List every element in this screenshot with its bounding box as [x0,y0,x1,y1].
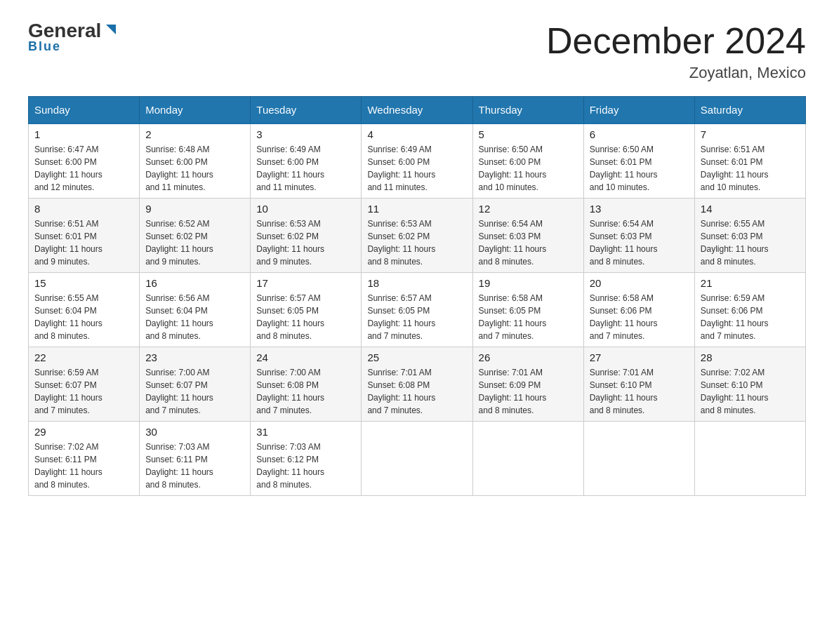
logo-general-text: General [28,21,101,41]
week-row-5: 29Sunrise: 7:02 AMSunset: 6:11 PMDayligh… [29,422,806,496]
day-number: 25 [367,351,466,363]
day-number: 10 [256,203,355,215]
day-info: Sunrise: 6:56 AMSunset: 6:04 PMDaylight:… [145,292,244,342]
day-number: 7 [701,128,800,140]
day-number: 6 [590,128,689,140]
calendar-cell: 17Sunrise: 6:57 AMSunset: 6:05 PMDayligh… [251,273,362,347]
calendar-cell [583,422,694,496]
calendar-cell [362,422,472,496]
day-info: Sunrise: 6:50 AMSunset: 6:00 PMDaylight:… [479,143,578,194]
day-number: 17 [256,277,355,289]
logo: General Blue [28,21,119,54]
day-info: Sunrise: 6:54 AMSunset: 6:03 PMDaylight:… [590,217,689,268]
week-row-1: 1Sunrise: 6:47 AMSunset: 6:00 PMDaylight… [29,123,806,199]
day-info: Sunrise: 6:53 AMSunset: 6:02 PMDaylight:… [256,217,355,268]
calendar-cell [694,422,805,496]
day-info: Sunrise: 6:51 AMSunset: 6:01 PMDaylight:… [701,143,800,194]
header-saturday: Saturday [694,97,805,124]
calendar-cell: 30Sunrise: 7:03 AMSunset: 6:11 PMDayligh… [140,422,251,496]
weekday-header-row: Sunday Monday Tuesday Wednesday Thursday… [29,97,806,124]
day-info: Sunrise: 6:48 AMSunset: 6:00 PMDaylight:… [145,143,244,194]
day-number: 13 [590,203,689,215]
calendar-cell: 1Sunrise: 6:47 AMSunset: 6:00 PMDaylight… [29,123,140,199]
day-info: Sunrise: 6:50 AMSunset: 6:01 PMDaylight:… [590,143,689,194]
day-info: Sunrise: 6:55 AMSunset: 6:04 PMDaylight:… [34,292,133,342]
day-number: 16 [145,277,244,289]
calendar-cell: 9Sunrise: 6:52 AMSunset: 6:02 PMDaylight… [140,199,251,273]
day-info: Sunrise: 7:02 AMSunset: 6:11 PMDaylight:… [34,441,133,491]
calendar-cell: 18Sunrise: 6:57 AMSunset: 6:05 PMDayligh… [362,273,472,347]
logo-blue-text: Blue [28,39,61,54]
day-info: Sunrise: 6:59 AMSunset: 6:06 PMDaylight:… [701,292,800,342]
day-number: 12 [479,203,578,215]
day-number: 18 [367,277,466,289]
svg-marker-0 [106,25,116,34]
day-number: 1 [34,128,133,140]
day-info: Sunrise: 6:58 AMSunset: 6:06 PMDaylight:… [590,292,689,342]
week-row-3: 15Sunrise: 6:55 AMSunset: 6:04 PMDayligh… [29,273,806,347]
calendar-cell: 28Sunrise: 7:02 AMSunset: 6:10 PMDayligh… [694,347,805,422]
day-info: Sunrise: 7:03 AMSunset: 6:12 PMDaylight:… [256,441,355,491]
day-number: 11 [367,203,466,215]
calendar-cell: 22Sunrise: 6:59 AMSunset: 6:07 PMDayligh… [29,347,140,422]
day-number: 31 [256,426,355,438]
day-number: 9 [145,203,244,215]
location-subtitle: Zoyatlan, Mexico [546,64,806,82]
calendar-cell: 24Sunrise: 7:00 AMSunset: 6:08 PMDayligh… [251,347,362,422]
day-number: 4 [367,128,466,140]
title-section: December 2024 Zoyatlan, Mexico [546,21,806,82]
logo-triangle-icon [103,22,119,37]
day-number: 20 [590,277,689,289]
calendar-cell: 11Sunrise: 6:53 AMSunset: 6:02 PMDayligh… [362,199,472,273]
calendar-cell: 31Sunrise: 7:03 AMSunset: 6:12 PMDayligh… [251,422,362,496]
week-row-4: 22Sunrise: 6:59 AMSunset: 6:07 PMDayligh… [29,347,806,422]
day-info: Sunrise: 6:49 AMSunset: 6:00 PMDaylight:… [367,143,466,194]
month-title: December 2024 [546,21,806,61]
day-number: 22 [34,351,133,363]
calendar-cell: 10Sunrise: 6:53 AMSunset: 6:02 PMDayligh… [251,199,362,273]
calendar-cell: 21Sunrise: 6:59 AMSunset: 6:06 PMDayligh… [694,273,805,347]
day-number: 15 [34,277,133,289]
day-number: 19 [479,277,578,289]
calendar-cell [472,422,583,496]
day-number: 30 [145,426,244,438]
header-thursday: Thursday [472,97,583,124]
calendar-table: Sunday Monday Tuesday Wednesday Thursday… [28,96,806,496]
day-info: Sunrise: 6:51 AMSunset: 6:01 PMDaylight:… [34,217,133,268]
day-info: Sunrise: 7:01 AMSunset: 6:10 PMDaylight:… [590,366,689,417]
day-number: 3 [256,128,355,140]
calendar-cell: 7Sunrise: 6:51 AMSunset: 6:01 PMDaylight… [694,123,805,199]
day-info: Sunrise: 6:53 AMSunset: 6:02 PMDaylight:… [367,217,466,268]
calendar-cell: 15Sunrise: 6:55 AMSunset: 6:04 PMDayligh… [29,273,140,347]
day-number: 28 [701,351,800,363]
day-number: 2 [145,128,244,140]
day-info: Sunrise: 6:49 AMSunset: 6:00 PMDaylight:… [256,143,355,194]
calendar-cell: 12Sunrise: 6:54 AMSunset: 6:03 PMDayligh… [472,199,583,273]
calendar-cell: 13Sunrise: 6:54 AMSunset: 6:03 PMDayligh… [583,199,694,273]
day-number: 5 [479,128,578,140]
header-sunday: Sunday [29,97,140,124]
calendar-cell: 3Sunrise: 6:49 AMSunset: 6:00 PMDaylight… [251,123,362,199]
day-info: Sunrise: 6:58 AMSunset: 6:05 PMDaylight:… [479,292,578,342]
day-info: Sunrise: 6:55 AMSunset: 6:03 PMDaylight:… [701,217,800,268]
day-info: Sunrise: 6:59 AMSunset: 6:07 PMDaylight:… [34,366,133,417]
day-number: 21 [701,277,800,289]
page-header: General Blue December 2024 Zoyatlan, Mex… [28,21,806,82]
day-number: 27 [590,351,689,363]
calendar-cell: 2Sunrise: 6:48 AMSunset: 6:00 PMDaylight… [140,123,251,199]
day-number: 8 [34,203,133,215]
calendar-cell: 14Sunrise: 6:55 AMSunset: 6:03 PMDayligh… [694,199,805,273]
calendar-cell: 27Sunrise: 7:01 AMSunset: 6:10 PMDayligh… [583,347,694,422]
day-number: 24 [256,351,355,363]
day-info: Sunrise: 6:47 AMSunset: 6:00 PMDaylight:… [34,143,133,194]
day-number: 29 [34,426,133,438]
day-info: Sunrise: 7:00 AMSunset: 6:08 PMDaylight:… [256,366,355,417]
day-info: Sunrise: 7:02 AMSunset: 6:10 PMDaylight:… [701,366,800,417]
calendar-cell: 23Sunrise: 7:00 AMSunset: 6:07 PMDayligh… [140,347,251,422]
day-number: 26 [479,351,578,363]
header-tuesday: Tuesday [251,97,362,124]
day-info: Sunrise: 6:54 AMSunset: 6:03 PMDaylight:… [479,217,578,268]
day-number: 23 [145,351,244,363]
calendar-cell: 8Sunrise: 6:51 AMSunset: 6:01 PMDaylight… [29,199,140,273]
day-number: 14 [701,203,800,215]
